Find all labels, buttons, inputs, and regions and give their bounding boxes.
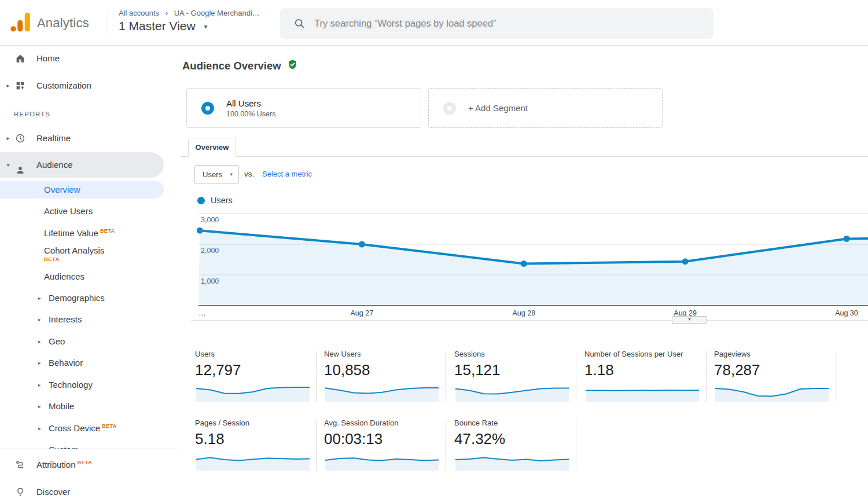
metric-sparkline bbox=[714, 383, 830, 403]
sidebar-item-demographics[interactable]: ▸Demographics bbox=[0, 291, 181, 306]
breadcrumb-all-accounts[interactable]: All accounts bbox=[119, 9, 159, 17]
metric-value: 10,858 bbox=[324, 361, 444, 379]
sidebar-item-overview[interactable]: Overview bbox=[0, 181, 164, 199]
sidebar-item-geo[interactable]: ▸Geo bbox=[0, 334, 181, 349]
metric-sparkline bbox=[324, 452, 440, 472]
sidebar-item-label: Lifetime ValueBETA bbox=[44, 226, 115, 242]
legend-label: Users bbox=[211, 196, 233, 205]
svg-text:3,000: 3,000 bbox=[201, 216, 219, 224]
search-bar bbox=[280, 8, 713, 39]
sidebar-item-label: Cross DeviceBETA bbox=[49, 421, 117, 437]
sidebar-item-audience[interactable]: ▾Audience bbox=[0, 152, 164, 178]
metric-label: Sessions bbox=[454, 350, 575, 359]
sidebar-item-behavior[interactable]: ▸Behavior bbox=[0, 355, 181, 370]
caret-right-icon: ▸ bbox=[38, 312, 41, 327]
app-header: Analytics All accounts › UA - Google Mer… bbox=[0, 0, 868, 46]
metric-value: 12,797 bbox=[195, 361, 315, 379]
metric-card-pages-session[interactable]: Pages / Session5.18 bbox=[195, 419, 315, 472]
analytics-logo[interactable]: Analytics bbox=[10, 12, 89, 35]
caret-right-icon: ▸ bbox=[38, 291, 41, 306]
metric-card-avg-session-duration[interactable]: Avg. Session Duration00:03:13 bbox=[324, 419, 444, 472]
select-metric-link[interactable]: Select a metric bbox=[262, 170, 312, 178]
breadcrumb-property[interactable]: UA - Google Merchandi… bbox=[174, 9, 260, 17]
line-chart-svg: 1,0002,0003,000…Aug 27Aug 28Aug 29Aug 30 bbox=[181, 208, 868, 327]
metric-selector-dropdown[interactable]: Users ▾ bbox=[194, 165, 239, 184]
users-line-chart: 1,0002,0003,000…Aug 27Aug 28Aug 29Aug 30… bbox=[181, 208, 868, 327]
metric-label: New Users bbox=[324, 350, 444, 359]
metric-card-divider bbox=[836, 351, 836, 402]
sidebar-item-lifetime-value[interactable]: Lifetime ValueBETA bbox=[0, 226, 181, 241]
caret-right-icon: ▸ bbox=[38, 421, 41, 436]
tab-overview[interactable]: Overview bbox=[188, 138, 236, 157]
metric-card-pageviews[interactable]: Pageviews78,287 bbox=[714, 350, 834, 403]
sidebar-item-label: Discover bbox=[36, 485, 70, 499]
metric-card-divider bbox=[576, 351, 576, 402]
breadcrumb-separator-icon: › bbox=[165, 9, 168, 17]
sidebar-item-discover[interactable]: Discover bbox=[0, 485, 181, 499]
metric-card-sessions[interactable]: Sessions15,121 bbox=[454, 350, 575, 403]
sidebar-item-label: Mobile bbox=[49, 399, 74, 414]
metric-card-users[interactable]: Users12,797 bbox=[195, 350, 315, 403]
caret-right-icon: ▸ bbox=[38, 377, 41, 392]
svg-text:2,000: 2,000 bbox=[201, 247, 219, 255]
search-icon bbox=[293, 17, 306, 30]
chart-collapse-button[interactable]: ▾ bbox=[672, 316, 707, 324]
sidebar-item-label: Overview bbox=[44, 181, 80, 199]
svg-text:1,000: 1,000 bbox=[201, 277, 219, 285]
chevron-down-icon: ▾ bbox=[688, 317, 690, 322]
metric-card-divider bbox=[706, 351, 707, 402]
metric-card-divider bbox=[446, 420, 446, 471]
sidebar-item-label: Audiences bbox=[44, 269, 84, 284]
caret-right-icon: ▸ bbox=[5, 131, 12, 146]
sidebar-item-realtime[interactable]: ▸Realtime bbox=[0, 131, 181, 146]
sidebar-item-customization[interactable]: ▸Customization bbox=[0, 78, 181, 93]
beta-badge: BETA bbox=[100, 228, 115, 234]
caret-right-icon: ▸ bbox=[38, 399, 41, 414]
sidebar-item-label: Customization bbox=[36, 78, 91, 93]
beta-badge: BETA bbox=[44, 256, 60, 263]
realtime-icon bbox=[15, 133, 25, 144]
segment-title: All Users bbox=[226, 98, 275, 108]
metric-label: Pages / Session bbox=[195, 419, 315, 428]
chevron-down-icon: ▾ bbox=[230, 166, 233, 184]
sidebar-item-label: AttributionBETA bbox=[36, 457, 92, 474]
view-selector[interactable]: 1 Master View ▾ bbox=[119, 19, 208, 33]
sidebar-item-label: Home bbox=[36, 51, 60, 66]
metric-card-divider bbox=[576, 420, 576, 471]
sidebar-section-reports: REPORTS bbox=[14, 107, 176, 122]
sidebar-item-mobile[interactable]: ▸Mobile bbox=[0, 399, 181, 414]
metric-selector-value: Users bbox=[203, 166, 222, 184]
metric-sparkline bbox=[195, 383, 311, 403]
metric-card-divider bbox=[316, 420, 317, 471]
sidebar-item-label: Audience bbox=[36, 152, 73, 178]
beta-badge: BETA bbox=[78, 460, 92, 465]
metric-card-bounce-rate[interactable]: Bounce Rate47.32% bbox=[454, 419, 575, 472]
segment-all-users[interactable]: All Users 100.00% Users bbox=[186, 88, 421, 128]
sidebar-item-cross-device[interactable]: ▸Cross DeviceBETA bbox=[0, 421, 181, 436]
sidebar-item-interests[interactable]: ▸Interests bbox=[0, 312, 181, 327]
segment-donut-icon bbox=[201, 102, 214, 115]
search-input[interactable] bbox=[314, 8, 713, 39]
sidebar-item-home[interactable]: Home bbox=[0, 51, 181, 66]
sidebar-item-audiences[interactable]: Audiences bbox=[0, 269, 181, 284]
sidebar-item-label: Technology bbox=[49, 377, 93, 392]
add-segment-label: + Add Segment bbox=[468, 103, 528, 113]
metric-sparkline bbox=[454, 452, 570, 472]
sidebar-item-active-users[interactable]: Active Users bbox=[0, 204, 181, 219]
metric-value: 78,287 bbox=[714, 361, 834, 379]
metric-sparkline bbox=[324, 383, 440, 403]
sidebar-item-label: Geo bbox=[49, 334, 65, 349]
add-segment-button[interactable]: + Add Segment bbox=[428, 88, 663, 128]
metric-sparkline bbox=[454, 383, 570, 403]
sidebar-item-attribution[interactable]: AttributionBETA bbox=[0, 457, 181, 472]
sidebar-item-technology[interactable]: ▸Technology bbox=[0, 377, 181, 392]
metric-card-new-users[interactable]: New Users10,858 bbox=[324, 350, 444, 403]
metric-card-number-of-sessions-per-user[interactable]: Number of Sessions per User1.18 bbox=[584, 350, 705, 403]
view-name: 1 Master View bbox=[119, 19, 196, 32]
metric-value: 15,121 bbox=[454, 361, 575, 379]
metric-value: 47.32% bbox=[454, 430, 575, 448]
sidebar-item-cohort-analysis[interactable]: Cohort AnalysisBETA bbox=[0, 245, 181, 263]
page-title: Audience Overview bbox=[182, 60, 281, 72]
metric-label: Pageviews bbox=[714, 350, 834, 359]
metric-label: Avg. Session Duration bbox=[324, 419, 444, 428]
